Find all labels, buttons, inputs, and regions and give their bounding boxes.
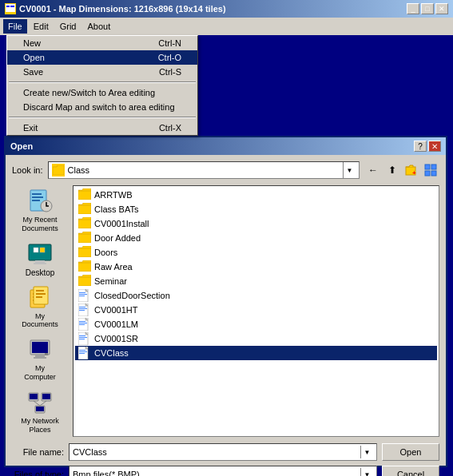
file-item-name: Class BATs bbox=[94, 204, 138, 214]
svg-rect-8 bbox=[425, 171, 430, 176]
toolbar-back-button[interactable]: ← bbox=[364, 161, 382, 179]
dialog-sidebar: My RecentDocuments Desktop bbox=[12, 185, 68, 437]
menu-separator-1 bbox=[9, 81, 196, 83]
menu-file[interactable]: File bbox=[3, 19, 27, 34]
filename-dropdown-arrow[interactable]: ▼ bbox=[360, 446, 373, 458]
toolbar-newfolder-button[interactable]: + bbox=[403, 161, 420, 179]
svg-rect-31 bbox=[35, 355, 45, 357]
sidebar-computer-label: MyComputer bbox=[24, 364, 56, 382]
svg-rect-48 bbox=[78, 277, 91, 286]
folder-icon bbox=[78, 275, 91, 288]
menu-discard-map[interactable]: Discard Map and switch to area editing bbox=[7, 100, 197, 114]
document-icon bbox=[78, 289, 91, 302]
minimize-button[interactable]: _ bbox=[407, 3, 419, 14]
folder-icon bbox=[78, 203, 91, 216]
lookin-row: Look in: Class ▼ ← ⬆ + bbox=[12, 161, 439, 179]
maximize-button[interactable]: □ bbox=[421, 3, 434, 14]
file-item[interactable]: CV0001Install bbox=[75, 216, 437, 231]
svg-rect-18 bbox=[34, 263, 46, 264]
lookin-toolbar: ← ⬆ + bbox=[364, 161, 439, 179]
file-item[interactable]: Raw Area bbox=[75, 260, 437, 274]
sidebar-desktop[interactable]: Desktop bbox=[12, 238, 68, 280]
file-item-name: Doors bbox=[94, 248, 117, 257]
recent-icon bbox=[27, 188, 53, 214]
svg-rect-66 bbox=[79, 350, 85, 351]
file-item[interactable]: CV0001HT bbox=[75, 303, 437, 317]
dialog-help-button[interactable]: ? bbox=[414, 141, 427, 152]
svg-rect-3 bbox=[10, 6, 14, 7]
file-item[interactable]: Doors bbox=[75, 245, 437, 260]
toolbar-up-button[interactable]: ⬆ bbox=[383, 161, 401, 179]
file-item[interactable]: Class BATs bbox=[75, 202, 437, 216]
menu-bar: File Edit Grid About bbox=[0, 18, 453, 35]
svg-rect-43 bbox=[78, 205, 91, 214]
sidebar-desktop-label: Desktop bbox=[26, 268, 55, 277]
sidebar-recent-label: My RecentDocuments bbox=[22, 216, 58, 233]
svg-rect-33 bbox=[45, 353, 48, 355]
menu-exit[interactable]: Exit Ctrl-X bbox=[7, 121, 197, 135]
svg-rect-67 bbox=[79, 351, 87, 352]
open-button[interactable]: Open bbox=[382, 443, 439, 461]
dialog-content: Look in: Class ▼ ← ⬆ + bbox=[6, 155, 446, 466]
svg-rect-28 bbox=[36, 296, 42, 298]
menu-new[interactable]: New Ctrl-N bbox=[7, 36, 197, 50]
menu-save[interactable]: Save Ctrl-S bbox=[7, 65, 197, 79]
filetype-input[interactable]: Bmp files(*.BMP) ▼ bbox=[69, 466, 377, 476]
network-icon bbox=[27, 390, 53, 415]
computer-icon bbox=[27, 337, 53, 363]
title-bar-buttons: _ □ ✕ bbox=[407, 3, 448, 14]
menu-create-area[interactable]: Create new/Switch to Area editing bbox=[7, 85, 197, 100]
svg-rect-45 bbox=[78, 234, 91, 243]
menu-open[interactable]: Open Ctrl-O bbox=[7, 50, 197, 65]
folder-icon bbox=[78, 188, 91, 201]
sidebar-computer[interactable]: MyComputer bbox=[12, 334, 68, 385]
filetype-dropdown-arrow[interactable]: ▼ bbox=[360, 468, 373, 476]
svg-rect-54 bbox=[79, 307, 85, 307]
sidebar-network-label: My NetworkPlaces bbox=[21, 417, 59, 434]
toolbar-view-button[interactable] bbox=[422, 161, 439, 179]
svg-rect-47 bbox=[78, 263, 91, 272]
cancel-button[interactable]: Cancel bbox=[382, 466, 439, 476]
file-item[interactable]: ARRTWB bbox=[75, 188, 437, 202]
sidebar-recent[interactable]: My RecentDocuments bbox=[12, 185, 68, 236]
file-item[interactable]: CVClass bbox=[75, 346, 437, 360]
svg-rect-62 bbox=[79, 335, 85, 336]
folder-icon bbox=[52, 164, 65, 177]
svg-rect-13 bbox=[32, 200, 40, 201]
svg-line-40 bbox=[34, 401, 40, 406]
svg-rect-37 bbox=[42, 394, 50, 399]
file-item[interactable]: Seminar bbox=[75, 274, 437, 288]
svg-rect-60 bbox=[79, 324, 85, 325]
file-dropdown-menu: New Ctrl-N Open Ctrl-O Save Ctrl-S Creat… bbox=[6, 35, 198, 136]
file-item-name: CV0001SR bbox=[94, 334, 138, 343]
lookin-combo[interactable]: Class ▼ bbox=[48, 161, 360, 179]
svg-rect-44 bbox=[78, 220, 91, 228]
svg-rect-68 bbox=[79, 353, 85, 354]
menu-about[interactable]: About bbox=[82, 19, 115, 34]
menu-edit[interactable]: Edit bbox=[29, 19, 54, 34]
svg-rect-9 bbox=[431, 171, 436, 176]
close-button[interactable]: ✕ bbox=[435, 3, 448, 14]
menu-grid[interactable]: Grid bbox=[55, 19, 81, 34]
document-icon bbox=[78, 332, 91, 345]
svg-rect-6 bbox=[425, 165, 430, 169]
lookin-dropdown-arrow[interactable]: ▼ bbox=[343, 162, 356, 178]
desktop-icon bbox=[27, 241, 53, 267]
filetype-label: Files of type: bbox=[12, 470, 64, 476]
filename-input[interactable]: CVClass ▼ bbox=[69, 443, 377, 461]
file-item[interactable]: Door Added bbox=[75, 231, 437, 245]
svg-line-41 bbox=[40, 401, 46, 406]
file-item[interactable]: CV0001LM bbox=[75, 317, 437, 331]
document-icon bbox=[78, 318, 91, 331]
folder-icon bbox=[78, 246, 91, 259]
file-item[interactable]: CV0001SR bbox=[75, 331, 437, 346]
sidebar-documents[interactable]: MyDocuments bbox=[12, 282, 68, 333]
file-item[interactable]: ClosedDoorSection bbox=[75, 288, 437, 303]
svg-rect-12 bbox=[32, 196, 43, 198]
sidebar-network[interactable]: My NetworkPlaces bbox=[12, 387, 68, 438]
menu-separator-2 bbox=[9, 117, 196, 118]
file-list[interactable]: ARRTWB Class BATs CV0001Install Door Add… bbox=[73, 185, 439, 437]
svg-rect-56 bbox=[79, 310, 85, 311]
dialog-close-button[interactable]: ✕ bbox=[428, 141, 441, 152]
filetype-value: Bmp files(*.BMP) bbox=[73, 470, 360, 476]
